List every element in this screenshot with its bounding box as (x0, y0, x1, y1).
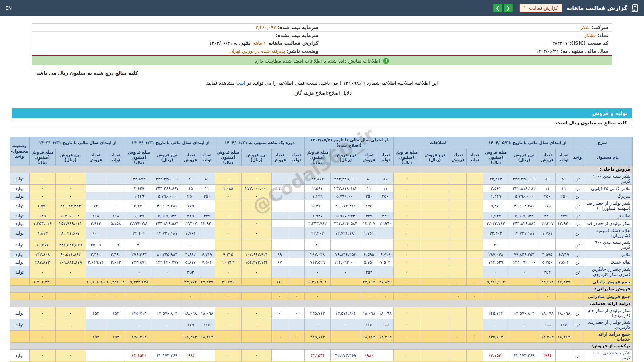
page-title: گزارش فعالیت ماهانه (566, 5, 627, 11)
g2-rate (420, 307, 450, 319)
sub-header: نرخ فروش (ریال) (55, 149, 86, 166)
g2-amount: ۰ (393, 350, 420, 361)
next-report-button[interactable]: ❯ (504, 4, 513, 12)
product-status: تولید (10, 307, 29, 319)
language-toggle[interactable]: EN (5, 5, 12, 11)
g6-amount: ۰ (29, 266, 55, 278)
g6-qty-produced (106, 173, 126, 185)
g1-rate: ۱۳,۵۷۶,۸۰۴ (509, 307, 539, 319)
g1-amount: ۵,۳۱۱,۹۰۲ (483, 278, 509, 286)
g6-qty-produced (106, 192, 126, 200)
g5-rate: ۸۰,۴۴۵,۹۸۳ (152, 251, 182, 258)
g1-qty-sold: ۱۸,۰۹۸ (539, 307, 555, 319)
g2-rate (420, 319, 450, 331)
g2-qty-produced: ۰ (466, 278, 483, 286)
g5-rate: ۵,۷۹۶,۰۰۰ (152, 192, 182, 200)
g6-rate: ۰ (55, 319, 86, 331)
g3-amount: ۲۴۵,۷۱۳ (304, 331, 330, 343)
amounts-unit-note: کلیه مبالغ به میلیون ریال است (12, 118, 632, 127)
g2-amount: ۰ (393, 173, 420, 185)
status-header: وضعیت محصول-واحد (10, 137, 29, 166)
company-value[interactable]: شکر (581, 25, 590, 30)
g6-qty-sold (86, 319, 106, 331)
group-header-1: از ابتدای سال مالی تا تاریخ ۱۴۰۴/۰۵/۳۱ (483, 137, 572, 149)
g4-qty-produced (288, 258, 304, 266)
g1-rate: ۴۲۳,۴۲۵,۰۰۰ (509, 173, 539, 185)
g4-rate (241, 278, 271, 286)
report-type-dropdown[interactable]: گزارش فعالیت ˅ (519, 4, 562, 12)
report-icon (631, 4, 639, 12)
g2-amount: ۰ (393, 319, 420, 331)
g6-rate: ۱۰۹,۸۸۴,۸۷۸ (55, 258, 86, 266)
product-name: تفاله خشک (سهميه کشاورزان) (583, 227, 633, 239)
g3-rate: ۰ (330, 319, 361, 331)
unit: تن (572, 200, 583, 212)
g4-amount: ۰ (215, 331, 241, 343)
previous-report-button[interactable]: ❮ (493, 4, 502, 12)
g3-rate: ۱۲,۷۲۱,۱۸۱ (330, 227, 361, 239)
g4-qty-produced (288, 200, 304, 212)
g1-qty-sold: ۱۷۵ (539, 200, 555, 212)
g4-qty-sold: ۸۹ (271, 251, 288, 258)
g1-qty-produced: ۲۵۰ (555, 192, 572, 200)
g2-amount: ۰ (393, 278, 420, 286)
g3-rate: ۳۰,۱۱۴,۲۸۶ (330, 200, 361, 212)
product-name: شکر توليدي از چغندر قند (سهميه کشاورزان) (583, 200, 633, 212)
section-label: فروش صادراتي: (10, 286, 632, 293)
chevron-left-icon: ❮ (496, 5, 500, 11)
g3-rate: ۲۳۲,۸۱۸,۱۸۲ (330, 185, 361, 192)
g3-amount: ۵,۳۱۱,۹۰۲ (304, 278, 330, 286)
table-row: شکر توليدي از شکر خام (کارمزدي)تن۱۸,۰۹۸۱… (10, 307, 632, 319)
g5-rate (152, 293, 182, 300)
g4-qty-sold: ۰ (271, 307, 288, 319)
product-name: تفاله خشک (583, 258, 633, 266)
g6-rate (55, 278, 86, 286)
g4-qty-sold: ۶۷ (271, 258, 288, 266)
topbar: گزارش فعالیت ماهانه گزارش فعالیت ˅ ❮ ❯ E… (0, 0, 644, 16)
section-label: درآمد ارائه خدمات: (10, 300, 632, 307)
g2-rate (420, 331, 450, 343)
g5-amount: ۱,۹۴۷ (126, 212, 152, 220)
g6-qty-sold: ۱۰,۷۰۸.۸۵ (86, 278, 106, 286)
g3-amount: ۰ (304, 266, 330, 278)
g5-qty-produced: ۶,۷۱۹ (199, 251, 215, 258)
product-name: ملاس گالني ۲۵ کيلويي (583, 185, 633, 192)
g1-qty-sold: ۰ (539, 293, 555, 300)
g4-amount: ۰ (215, 192, 241, 200)
g1-qty-produced (555, 239, 572, 251)
previous-version-link[interactable]: اینجا (236, 80, 245, 86)
g2-qty-produced (466, 192, 483, 200)
g5-qty-sold: ۳۲۹ (182, 212, 199, 220)
g6-amount: ۱۴۲,۸۰۸ (29, 251, 55, 258)
g6-qty-sold: ۶۰۰ (86, 227, 106, 239)
g6-qty-sold: ۰ (86, 293, 106, 300)
g6-qty-produced: ۰.۰۸ (106, 239, 126, 251)
g5-qty-produced: ۳۲۹ (199, 212, 215, 220)
revision-notice-text: این اطلاعیه اصلاحیه اطلاعیه شماره ( ۱۴۱۰… (247, 80, 438, 86)
table-row: شکر توليدي از چغندرقند کارمزديتن۱۶۵۱۶۵۰۰… (10, 319, 632, 331)
unit: تن (572, 266, 583, 278)
unit: تن (572, 239, 583, 251)
info-cell-isic: کد صنعت (ISIC): ۳۸۴۲۰۷ (322, 39, 612, 47)
table-row: تفاله خشک (سهميه کشاورزان)تن۱,۷۶۱۱۲,۷۲۱,… (10, 227, 632, 239)
g3-rate: ۷۹,۸۴۶,۴۵۳ (330, 251, 361, 258)
g5-amount: ۲۹۶,۳۶۳ (126, 251, 152, 258)
g5-rate: ۴۲۳,۴۲۵,۰۰۰ (152, 173, 182, 185)
product-status: تولید (10, 220, 29, 227)
symbol-value[interactable]: قشکر (584, 33, 596, 38)
g2-rate (420, 266, 450, 278)
g4-amount: ۹,۳۱۵ (215, 251, 241, 258)
g6-amount: ۰ (29, 319, 55, 331)
g6-qty-produced (106, 319, 126, 331)
g2-qty-produced (466, 307, 483, 319)
sub-header: تعداد تولید (466, 149, 483, 166)
table-row: سربرگتن۲۵۰۲۵۰۵,۷۹۶,۰۰۰۱,۴۴۹۰۲۵۰۲۵۰۵,۷۹۶,… (10, 192, 632, 200)
issuer-status-value: پذیرفته شده در بورس تهران (230, 48, 285, 54)
g4-qty-sold (271, 200, 288, 212)
unregistered-capital-label: سرمایه ثبت نشده: (276, 33, 318, 38)
g3-qty-sold: (۹۸) (361, 350, 377, 361)
g2-rate (420, 200, 450, 212)
g4-qty-sold (271, 239, 288, 251)
report-period-end-date: منتهی به ۱۴۰۴/۰۶/۳۱ (209, 40, 251, 46)
revision-notice: این اطلاعیه اصلاحیه اطلاعیه شماره ( ۱۴۱۰… (0, 80, 644, 86)
